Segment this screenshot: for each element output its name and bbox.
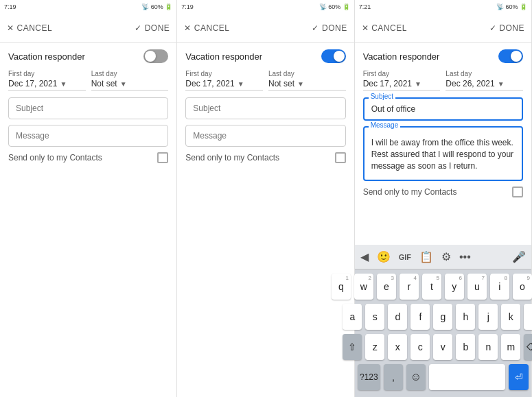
kb-key-o[interactable]: 9o [513, 274, 532, 300]
keyboard: ◀ 🙂 GIF 📋 ⚙ ••• 🎤 1q 2w 3e [355, 245, 531, 397]
status-bar-3: 7:21 📡 60% 🔋 [355, 0, 531, 14]
kb-mic-icon[interactable]: 🎤 [512, 250, 526, 263]
keyboard-rows: 1q 2w 3e 4r 5t 6y 7u [355, 269, 531, 397]
kb-key-enter[interactable]: ⏎ [509, 364, 529, 390]
kb-more-icon[interactable]: ••• [459, 251, 471, 263]
toolbar-2: ✕ CANCEL ✓ DONE [177, 14, 354, 43]
status-bar-2: 7:19 📡 60% 🔋 [177, 0, 354, 14]
contacts-row-2: Send only to my Contacts [185, 152, 345, 163]
message-label-3: Message [369, 121, 401, 129]
content-1: Vacation responder First day Dec 17, 202… [0, 43, 176, 397]
kb-key-q[interactable]: 1q [332, 274, 351, 300]
last-day-value-2[interactable]: Not set ▼ [268, 79, 346, 91]
subject-input-3[interactable] [363, 97, 523, 121]
last-day-group-1: Last day Not set ▼ [91, 70, 169, 91]
kb-key-g[interactable]: g [433, 304, 452, 330]
status-bar-1: 7:19 📡 60% 🔋 [0, 0, 176, 14]
kb-key-shift[interactable]: ⇧ [343, 334, 362, 360]
first-day-group-3: First day Dec 17, 2021 ▼ [363, 70, 441, 91]
cancel-button-2[interactable]: ✕ CANCEL [184, 23, 229, 33]
kb-key-x[interactable]: x [388, 334, 407, 360]
kb-key-l[interactable]: l [524, 304, 532, 330]
contacts-checkbox-3[interactable] [512, 187, 523, 197]
kb-key-m[interactable]: m [501, 334, 520, 360]
toggle-knob-1 [145, 51, 156, 62]
subject-label-3: Subject [369, 93, 395, 100]
panel-3: 7:21 📡 60% 🔋 ✕ CANCEL ✓ DONE Vacation re… [355, 0, 532, 397]
kb-clipboard-icon[interactable]: 📋 [419, 250, 433, 263]
kb-key-z[interactable]: z [365, 334, 384, 360]
kb-key-d[interactable]: d [388, 304, 407, 330]
kb-row-1: 1q 2w 3e 4r 5t 6y 7u [358, 274, 529, 300]
contacts-checkbox-1[interactable] [157, 152, 168, 163]
status-icons-3: 📡 60% 🔋 [496, 3, 527, 10]
kb-key-e[interactable]: 3e [377, 274, 396, 300]
first-day-value-1[interactable]: Dec 17, 2021 ▼ [8, 79, 86, 91]
contacts-checkbox-2[interactable] [335, 152, 346, 163]
kb-settings-icon[interactable]: ⚙ [441, 250, 451, 263]
cancel-icon-3: ✕ [362, 23, 369, 33]
kb-key-a[interactable]: a [343, 304, 362, 330]
toggle-3[interactable] [498, 49, 523, 63]
kb-key-u[interactable]: 7u [467, 274, 487, 300]
first-day-group-2: First day Dec 17, 2021 ▼ [185, 70, 263, 91]
done-button-1[interactable]: ✓ DONE [135, 23, 170, 33]
kb-key-space[interactable] [429, 364, 505, 390]
status-icons-1: 📡 60% 🔋 [141, 3, 172, 10]
kb-key-emoji[interactable]: ☺ [406, 364, 426, 390]
cancel-button-1[interactable]: ✕ CANCEL [7, 23, 52, 33]
kb-key-w[interactable]: 2w [354, 274, 373, 300]
last-day-value-3[interactable]: Dec 26, 2021 ▼ [446, 79, 523, 91]
subject-input-2[interactable] [185, 97, 345, 119]
done-icon-1: ✓ [135, 23, 142, 33]
first-day-value-3[interactable]: Dec 17, 2021 ▼ [363, 79, 441, 91]
toolbar-3: ✕ CANCEL ✓ DONE [355, 14, 531, 43]
message-input-1[interactable] [8, 125, 168, 147]
date-row-1: First day Dec 17, 2021 ▼ Last day Not se… [8, 70, 168, 91]
kb-key-y[interactable]: 6y [445, 274, 464, 300]
kb-key-j[interactable]: j [478, 304, 498, 330]
kb-key-v[interactable]: v [433, 334, 452, 360]
kb-key-n[interactable]: n [478, 334, 498, 360]
done-button-2[interactable]: ✓ DONE [312, 23, 347, 33]
kb-key-f[interactable]: f [410, 304, 430, 330]
date-row-2: First day Dec 17, 2021 ▼ Last day Not se… [185, 70, 345, 91]
kb-key-r[interactable]: 4r [400, 274, 419, 300]
status-time-1: 7:19 [4, 3, 16, 10]
message-input-2[interactable] [185, 125, 345, 147]
keyboard-toolbar: ◀ 🙂 GIF 📋 ⚙ ••• 🎤 [355, 245, 531, 269]
toolbar-1: ✕ CANCEL ✓ DONE [0, 14, 176, 43]
kb-key-t[interactable]: 5t [422, 274, 441, 300]
kb-key-comma[interactable]: , [384, 364, 403, 390]
cancel-icon-1: ✕ [7, 23, 14, 33]
kb-key-b[interactable]: b [456, 334, 475, 360]
kb-key-i[interactable]: 8i [490, 274, 509, 300]
kb-key-symbol[interactable]: ?123 [358, 364, 380, 390]
date-row-3: First day Dec 17, 2021 ▼ Last day Dec 26… [363, 70, 523, 91]
cancel-button-3[interactable]: ✕ CANCEL [362, 23, 407, 33]
section-title-3: Vacation responder [363, 49, 523, 63]
kb-emoji-toolbar-icon[interactable]: 🙂 [377, 250, 391, 263]
kb-back-icon[interactable]: ◀ [360, 250, 369, 263]
section-title-1: Vacation responder [8, 49, 168, 63]
last-day-group-2: Last day Not set ▼ [268, 70, 346, 91]
toggle-knob-3 [511, 51, 522, 62]
toggle-2[interactable] [321, 49, 346, 63]
kb-key-k[interactable]: k [501, 304, 520, 330]
kb-key-delete[interactable]: ⌫ [524, 334, 532, 360]
kb-gif-icon[interactable]: GIF [399, 253, 411, 261]
kb-key-c[interactable]: c [410, 334, 430, 360]
message-field-3: Message I will be away from the office t… [363, 126, 523, 181]
done-button-3[interactable]: ✓ DONE [489, 23, 524, 33]
message-textarea-3[interactable]: I will be away from the office this week… [363, 126, 523, 181]
kb-key-h[interactable]: h [456, 304, 475, 330]
subject-field-2 [185, 97, 345, 119]
keyboard-toolbar-right: 🎤 [512, 250, 526, 263]
done-icon-3: ✓ [489, 23, 497, 33]
last-day-value-1[interactable]: Not set ▼ [91, 79, 169, 91]
kb-key-s[interactable]: s [365, 304, 384, 330]
last-day-group-3: Last day Dec 26, 2021 ▼ [446, 70, 523, 91]
toggle-1[interactable] [143, 49, 168, 63]
first-day-value-2[interactable]: Dec 17, 2021 ▼ [185, 79, 263, 91]
subject-input-1[interactable] [8, 97, 168, 119]
